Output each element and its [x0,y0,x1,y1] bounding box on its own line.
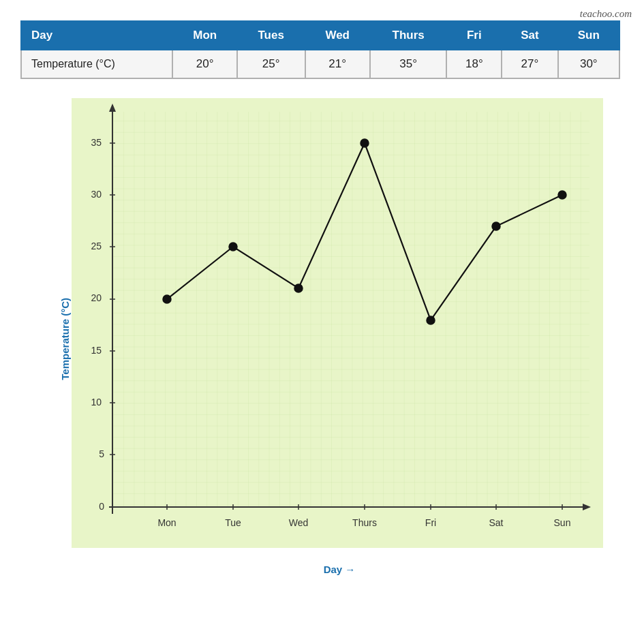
temp-wed: 21° [305,50,370,78]
svg-text:10: 10 [91,397,102,408]
svg-text:Fri: Fri [425,517,436,528]
svg-text:30: 30 [91,189,102,200]
data-table: Day Mon Tues Wed Thurs Fri Sat Sun Tempe… [20,20,620,79]
svg-rect-1 [112,112,589,507]
svg-text:Sat: Sat [489,517,503,528]
svg-point-38 [294,284,303,292]
svg-text:Sun: Sun [554,517,571,528]
chart-container: Temperature (°C) [20,91,620,589]
col-header-day: Day [21,21,172,50]
temp-fri: 18° [446,50,502,78]
svg-text:20: 20 [91,292,102,303]
svg-text:Thurs: Thurs [352,517,377,528]
svg-text:35: 35 [91,137,102,148]
col-header-sun: Sun [558,21,619,50]
col-header-tues: Tues [237,21,305,50]
svg-point-37 [229,243,237,251]
main-content: teachoo.com Day Mon Tues Wed Thurs Fri S… [0,0,644,602]
temp-mon: 20° [172,50,236,78]
svg-text:0: 0 [99,501,104,512]
col-header-thurs: Thurs [370,21,446,50]
col-header-sat: Sat [502,21,557,50]
svg-text:15: 15 [91,345,102,356]
svg-point-36 [163,295,171,303]
temp-thurs: 35° [370,50,446,78]
y-axis-label: Temperature (°C) [59,298,71,380]
watermark: teachoo.com [580,8,632,20]
temp-sat: 27° [502,50,557,78]
svg-text:5: 5 [99,448,104,459]
svg-point-41 [492,222,500,230]
chart-svg: 0 5 10 15 20 25 30 35 Mon [72,98,603,548]
svg-point-40 [427,316,435,324]
col-header-wed: Wed [305,21,370,50]
svg-text:25: 25 [91,241,102,251]
svg-point-42 [558,191,566,199]
svg-marker-4 [109,104,116,112]
chart-plot-area: 0 5 10 15 20 25 30 35 Mon [72,98,603,548]
x-axis-label: Day → [324,564,356,575]
svg-text:Mon: Mon [157,517,176,528]
svg-text:Tue: Tue [225,517,241,528]
svg-text:Wed: Wed [289,517,309,528]
temp-tues: 25° [237,50,305,78]
svg-point-39 [361,139,369,147]
temp-sun: 30° [558,50,619,78]
row-label-temp: Temperature (°C) [21,50,172,78]
col-header-mon: Mon [172,21,236,50]
col-header-fri: Fri [446,21,502,50]
